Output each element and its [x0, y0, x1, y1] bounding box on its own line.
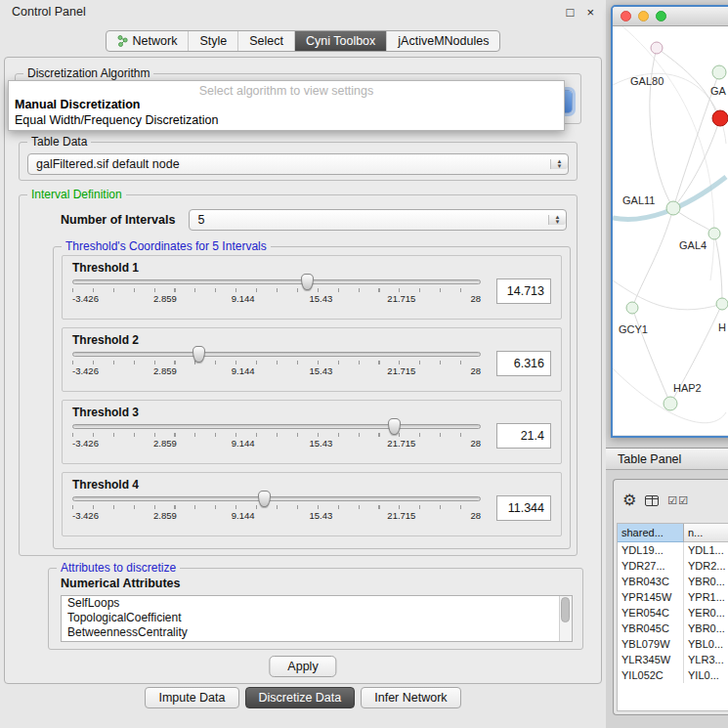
slider-thumb[interactable] [301, 274, 314, 290]
list-item[interactable]: TopologicalCoefficient [62, 611, 559, 625]
menu-item[interactable]: Equal Width/Frequency Discretization [9, 112, 564, 128]
network-view-window: GAL80GAGAL11GAL4GCY1HHAP2 [611, 5, 728, 438]
table-row[interactable]: YBL079WYBL0... [618, 636, 728, 652]
table-cell[interactable]: YLR3... [684, 652, 728, 667]
tab-network[interactable]: Network [107, 31, 189, 51]
column-header-name[interactable]: n... [684, 524, 728, 542]
list-item[interactable]: BetweennessCentrality [62, 625, 559, 640]
threshold-value-input[interactable]: 21.4 [496, 423, 551, 449]
network-edge[interactable] [632, 308, 670, 404]
table-row[interactable]: YLR345WYLR3... [618, 652, 728, 667]
threshold-slider[interactable]: -3.4262.8599.14415.4321.71528 [72, 279, 481, 304]
threshold-label: Threshold 3 [72, 406, 551, 419]
table-cell[interactable]: YBR0... [684, 621, 728, 636]
slider-thumb[interactable] [258, 491, 271, 507]
table-row[interactable]: YDR27...YDR2... [618, 558, 728, 574]
table-cell[interactable]: YER054C [618, 605, 684, 621]
column-header-shared-name[interactable]: shared... [618, 524, 684, 542]
close-icon[interactable]: × [586, 6, 594, 19]
columns-icon[interactable] [645, 495, 659, 506]
table-cell[interactable]: YBL0... [684, 636, 728, 652]
table-row[interactable]: YBR043CYBR0... [618, 574, 728, 589]
table-row[interactable]: YDL19...YDL1... [618, 542, 728, 558]
tab-discretize-data[interactable]: Discretize Data [245, 687, 356, 708]
slider-track[interactable] [72, 496, 481, 501]
slider-thumb[interactable] [388, 418, 401, 435]
combo-stepper-icon[interactable]: ▲▼ [550, 159, 568, 169]
slider-ticks [72, 361, 481, 364]
threshold-slider[interactable]: -3.4262.8599.14415.4321.71528 [72, 496, 481, 521]
slider-track[interactable] [72, 352, 481, 357]
close-traffic-light-icon[interactable] [621, 11, 631, 21]
list-scrollbar[interactable] [559, 596, 572, 641]
tab-impute-data[interactable]: Impute Data [145, 687, 238, 708]
threshold-panel-1: Threshold 1 -3.4262.8599.14415.4321.7152… [62, 255, 562, 320]
slider-track[interactable] [72, 279, 481, 284]
table-cell[interactable]: YLR345W [618, 652, 684, 667]
table-row[interactable]: YBR045CYBR0... [618, 621, 728, 636]
table-cell[interactable]: YBL079W [618, 636, 684, 652]
network-node[interactable] [712, 110, 728, 126]
table-cell[interactable]: YPR145W [618, 589, 684, 605]
table-cell[interactable]: YBR043C [618, 574, 684, 589]
network-node[interactable] [651, 42, 663, 54]
tab-cyni-toolbox[interactable]: Cyni Toolbox [294, 31, 386, 51]
combo-stepper-icon[interactable]: ▲▼ [548, 215, 566, 225]
table-row[interactable]: YIL052CYIL0... [618, 667, 728, 683]
tab-style[interactable]: Style [188, 31, 237, 51]
threshold-label: Threshold 2 [72, 333, 551, 347]
number-of-intervals-select[interactable]: 5 ▲▼ [189, 209, 567, 231]
network-node[interactable] [626, 302, 638, 314]
gear-icon[interactable]: ⚙ [622, 492, 636, 508]
tab-infer-network[interactable]: Infer Network [361, 687, 460, 708]
table-cell[interactable]: YDR27... [618, 558, 684, 574]
network-canvas[interactable]: GAL80GAGAL11GAL4GCY1HHAP2 [613, 26, 728, 435]
threshold-slider[interactable]: -3.4262.8599.14415.4321.71528 [72, 352, 481, 376]
list-item[interactable]: SelfLoops [62, 596, 559, 611]
network-edge[interactable] [613, 368, 726, 423]
table-cell[interactable]: YDL1... [684, 542, 728, 558]
table-cell[interactable]: YBR045C [618, 621, 684, 636]
table-cell[interactable]: YIL0... [684, 667, 728, 683]
network-node[interactable] [712, 65, 726, 79]
table-data-label: Table Data [27, 135, 91, 149]
network-node-label: H [718, 321, 726, 333]
table-cell[interactable]: YDR2... [684, 558, 728, 574]
threshold-value-input[interactable]: 14.713 [496, 278, 551, 304]
menu-item-placeholder[interactable]: Select algorithm to view settings [9, 81, 564, 97]
float-window-icon[interactable]: □ [567, 6, 575, 19]
control-panel-title: Control Panel [12, 5, 86, 19]
table-cell[interactable]: YER0... [684, 605, 728, 621]
table-row[interactable]: YPR145WYPR1... [618, 589, 728, 605]
apply-button[interactable]: Apply [269, 656, 336, 677]
slider-thumb[interactable] [193, 346, 205, 363]
minimize-traffic-light-icon[interactable] [638, 11, 649, 21]
network-edge[interactable] [650, 48, 673, 208]
network-node[interactable] [716, 298, 728, 310]
scrollbar-thumb[interactable] [561, 597, 570, 622]
network-edge[interactable] [632, 208, 673, 308]
network-node[interactable] [664, 397, 677, 410]
zoom-traffic-light-icon[interactable] [656, 11, 666, 21]
scale-tick-label: -3.426 [72, 365, 99, 376]
threshold-value-input[interactable]: 11.344 [496, 495, 551, 521]
thresholds-title: Threshold's Coordinates for 5 Intervals [62, 239, 271, 253]
tab-jactivemnodules[interactable]: jActiveMNodules [386, 31, 499, 51]
threshold-value-input[interactable]: 6.316 [496, 351, 551, 376]
tab-select[interactable]: Select [237, 31, 294, 51]
table-cell[interactable]: YIL052C [618, 667, 684, 683]
network-node[interactable] [666, 201, 680, 215]
menu-item[interactable]: Manual Discretization [9, 97, 564, 112]
network-edge[interactable] [714, 234, 722, 304]
threshold-slider[interactable]: -3.4262.8599.14415.4321.71528 [72, 424, 481, 449]
slider-scale-labels: -3.4262.8599.14415.4321.71528 [72, 510, 481, 521]
table-cell[interactable]: YDL19... [618, 542, 684, 558]
table-cell[interactable]: YBR0... [684, 574, 728, 589]
table-row[interactable]: YER054CYER0... [618, 605, 728, 621]
table-cell[interactable]: YPR1... [684, 589, 728, 605]
slider-track[interactable] [72, 424, 481, 429]
network-node[interactable] [708, 228, 720, 239]
table-data-select[interactable]: galFiltered.sif default node ▲▼ [27, 153, 569, 175]
select-columns-icon[interactable]: ☑☑ [667, 495, 689, 506]
network-node-label: GAL11 [622, 194, 655, 206]
